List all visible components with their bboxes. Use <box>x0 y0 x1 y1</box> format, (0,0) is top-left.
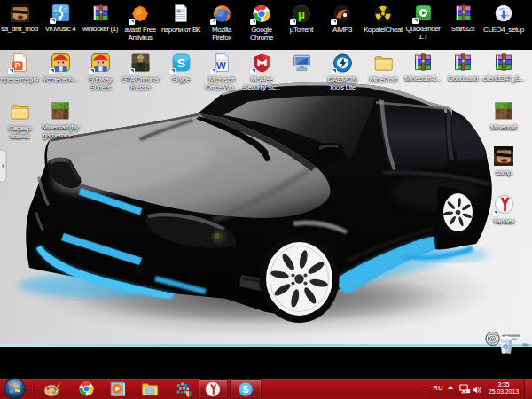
svg-text:S: S <box>243 385 249 395</box>
svg-text:W: W <box>216 60 226 71</box>
svg-text:S: S <box>176 57 184 70</box>
svg-text:P: P <box>14 61 20 70</box>
svg-text:µ: µ <box>298 7 305 21</box>
